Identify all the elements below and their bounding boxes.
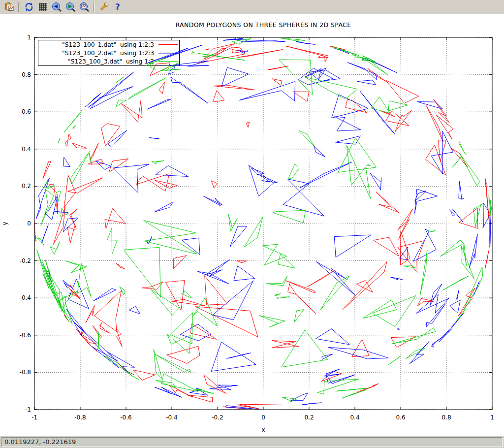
x-tick-label: 0.6 [396,414,405,421]
polygon [211,181,217,188]
polygon [237,50,283,58]
polygon [302,403,321,405]
toggle-grid-button[interactable] [36,1,49,13]
polygon [166,281,185,311]
polygon [452,156,462,168]
polygon [332,95,368,118]
polygon [449,300,460,313]
autoscale-button[interactable] [78,1,91,13]
zoom-next-icon [65,2,76,12]
y-tick-label: -0.4 [20,294,31,301]
polygon [400,231,410,265]
x-tick-label: -0.4 [166,414,177,421]
polygon [193,298,217,326]
y-tick-label: -1 [25,406,31,413]
polygon [268,66,288,70]
chart-title: RANDOM POLYGONS ON THREE SPHERES IN 2D S… [175,21,351,29]
polygon [58,138,60,143]
y-tick-label: 0.8 [22,71,31,78]
polygon [262,244,286,265]
polygon [279,60,313,95]
grid-icon [38,2,48,12]
polygon [128,78,166,99]
polygon [370,173,381,190]
polygon [356,281,373,292]
polygon [413,228,436,261]
y-tick-label: 0.4 [22,146,31,153]
clipboard-icon [4,2,14,12]
polygon [485,251,489,269]
x-tick-label: 0.2 [304,414,314,421]
polygon [174,256,187,269]
polygon [188,395,213,402]
polygon [37,250,53,293]
replot-button[interactable] [23,1,35,13]
polygon [305,77,357,99]
wrench-icon [98,1,109,12]
polygon [441,240,464,256]
polygon [94,290,121,332]
polygon [288,284,296,295]
x-tick-label: -1 [32,414,37,421]
polygon [458,288,475,316]
polygon [73,126,75,129]
zoom-previous-icon [52,2,62,12]
polygon [469,234,477,268]
polygon [234,39,285,42]
polygon [315,329,349,345]
polygon [100,323,111,334]
polygon [426,106,443,142]
polygon [41,190,54,226]
polygon [213,281,253,320]
polygon [272,341,299,348]
polygon [155,202,174,212]
x-tick-label: 0 [261,414,265,421]
polygon [59,291,78,303]
polygon [415,189,438,213]
copy-to-clipboard-button[interactable] [3,1,16,13]
y-tick-label: 0 [27,220,31,227]
polygon [294,310,304,322]
polygon [35,237,44,246]
legend-entry-label: "S123_100_3.dat" using 1:2 [68,58,154,65]
polygon [63,218,78,232]
zoom-previous-button[interactable] [50,1,63,13]
polygon [403,266,415,268]
plot-canvas[interactable]: -1-0.8-0.6-0.4-0.200.20.40.60.81-1-0.8-0… [0,14,504,436]
plot-svg: -1-0.8-0.6-0.4-0.200.20.40.60.81-1-0.8-0… [0,14,504,436]
x-axis-label: x [261,426,265,433]
polygon [397,328,400,329]
polygon [357,80,376,85]
polygon [50,241,60,254]
polygon [343,262,387,310]
polygon [398,241,425,273]
polygon [210,385,238,389]
polygon [395,111,411,132]
polygon [63,157,70,166]
polygon [416,294,449,314]
polygon [156,166,189,177]
help-button[interactable]: ? [111,1,124,13]
polygon [374,237,399,256]
autoscale-icon [79,2,90,12]
polygon [90,143,98,160]
polygon [275,293,281,296]
polygon [221,67,249,87]
polygon [249,165,274,196]
y-tick-label: 0.2 [22,183,31,190]
polygon [366,164,370,165]
polygon [328,348,388,359]
gnuplot-window: ? -1-0.8-0.6-0.4-0.200.20.40.60.81-1-0.8… [0,0,504,448]
polygon [90,87,133,109]
configure-button[interactable] [97,1,110,13]
zoom-next-button[interactable] [64,1,77,13]
polygon [70,209,77,228]
polygon [171,77,208,103]
polygon [286,281,315,293]
polygon [420,250,427,294]
x-tick-label: 0.4 [350,414,359,421]
x-tick-label: -0.2 [212,414,223,421]
polygon [155,354,191,373]
x-tick-label: 0.8 [441,414,451,421]
polygon [346,145,370,199]
